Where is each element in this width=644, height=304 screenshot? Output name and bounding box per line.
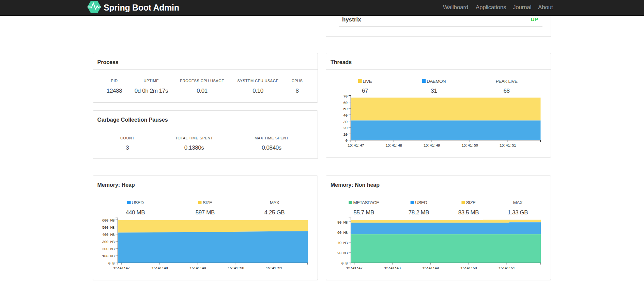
svg-text:80 MB: 80 MB — [337, 221, 348, 225]
svg-text:15:41:49: 15:41:49 — [422, 266, 439, 270]
svg-text:15:41:47: 15:41:47 — [348, 143, 364, 148]
svg-text:70: 70 — [343, 94, 347, 98]
svg-text:15:41:49: 15:41:49 — [424, 143, 440, 148]
svg-text:40 MB: 40 MB — [337, 241, 348, 245]
svg-text:15:41:47: 15:41:47 — [113, 266, 129, 270]
svg-text:0 B: 0 B — [108, 261, 115, 265]
svg-text:15:41:48: 15:41:48 — [384, 266, 401, 270]
svg-text:20: 20 — [343, 126, 347, 130]
svg-text:300 MB: 300 MB — [102, 240, 115, 244]
svg-text:40: 40 — [343, 113, 347, 118]
svg-text:15:41:51: 15:41:51 — [499, 266, 515, 270]
svg-text:15:41:49: 15:41:49 — [189, 266, 206, 270]
svg-text:15:41:47: 15:41:47 — [346, 266, 363, 270]
svg-text:0 B: 0 B — [341, 261, 348, 265]
svg-text:15:41:50: 15:41:50 — [228, 266, 244, 270]
svg-text:15:41:51: 15:41:51 — [266, 266, 282, 270]
svg-text:50: 50 — [343, 107, 347, 111]
svg-text:15:41:50: 15:41:50 — [461, 143, 478, 148]
svg-text:500 MB: 500 MB — [102, 226, 115, 230]
svg-text:15:41:51: 15:41:51 — [500, 143, 516, 148]
svg-text:30: 30 — [343, 120, 347, 124]
svg-text:60 MB: 60 MB — [337, 231, 348, 235]
svg-text:60: 60 — [343, 101, 347, 105]
svg-text:200 MB: 200 MB — [102, 247, 115, 251]
svg-text:20 MB: 20 MB — [337, 251, 348, 255]
svg-text:15:41:48: 15:41:48 — [151, 266, 168, 270]
svg-text:10: 10 — [343, 133, 347, 137]
svg-text:100 MB: 100 MB — [102, 254, 115, 258]
svg-text:0: 0 — [345, 139, 347, 143]
svg-text:15:41:48: 15:41:48 — [385, 143, 402, 148]
svg-text:600 MB: 600 MB — [102, 218, 115, 223]
svg-text:400 MB: 400 MB — [102, 233, 115, 237]
svg-text:15:41:50: 15:41:50 — [460, 266, 477, 270]
